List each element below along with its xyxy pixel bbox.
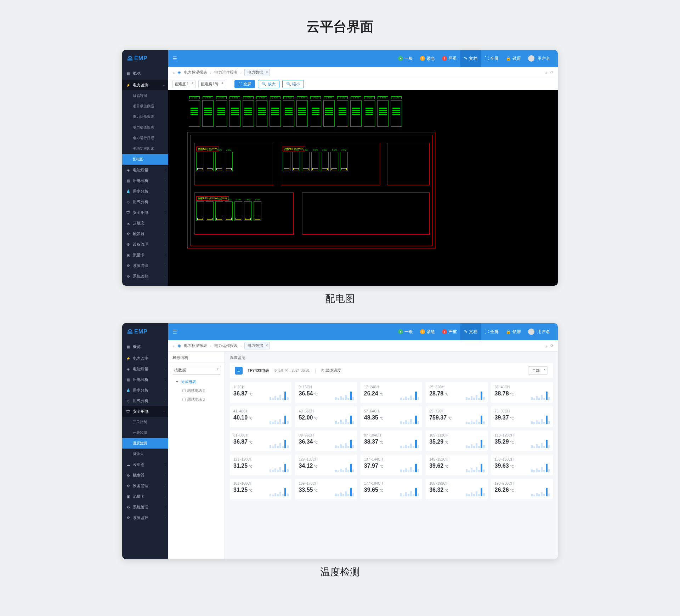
- topbar-lock[interactable]: 🔒锁屏: [502, 323, 525, 340]
- topbar-lock[interactable]: 🔒锁屏: [502, 50, 525, 67]
- diagram-mini[interactable]: Z-SWI: [225, 201, 233, 221]
- topbar-doc[interactable]: ✎文档: [460, 50, 481, 67]
- sidebar-item[interactable]: 💧用水分析›: [122, 385, 168, 395]
- sidebar-item[interactable]: ⚙系统管理›: [122, 260, 168, 271]
- diagram-slot[interactable]: Z-SWI: [216, 100, 227, 127]
- sidebar-item[interactable]: ⚙触发器›: [122, 228, 168, 239]
- diagram-slot[interactable]: Z-SWI: [377, 100, 389, 127]
- tree-child[interactable]: 测试电表2: [168, 386, 225, 395]
- temp-card[interactable]: 57~64CH48.35℃: [361, 406, 422, 427]
- temp-card[interactable]: 161~168CH31.25℃: [230, 479, 291, 499]
- temp-card[interactable]: 81~88CH36.87℃: [230, 430, 291, 451]
- sidebar-item[interactable]: ⚙系统监控›: [122, 271, 168, 281]
- diagram-canvas[interactable]: Z-SWIZ-SWIZ-SWIZ-SWIZ-SWIZ-SWIZ-SWIZ-SWI…: [168, 90, 558, 286]
- fullscreen-button[interactable]: ⛶全屏: [234, 80, 255, 88]
- diagram-mini[interactable]: Z-SWI: [330, 152, 338, 171]
- diagram-slot[interactable]: Z-SWI: [296, 100, 308, 127]
- sidebar-item[interactable]: 🛡安全用电⌄: [122, 406, 168, 417]
- topbar-fullscreen[interactable]: ⛶全屏: [481, 323, 502, 340]
- diagram-mini[interactable]: Z-SWI: [254, 201, 261, 221]
- sidebar-subitem[interactable]: 电力运行日报: [122, 133, 168, 143]
- diagram-mini[interactable]: Z-SWI: [206, 152, 214, 171]
- crumb-right-icon[interactable]: »: [545, 70, 548, 75]
- tree-selector[interactable]: 按数据: [172, 366, 221, 375]
- sidebar-subitem[interactable]: 开关监测: [122, 427, 168, 438]
- sidebar-item[interactable]: ⚡电力监测⌄: [122, 80, 168, 90]
- diagram-slot[interactable]: Z-SWI: [310, 100, 321, 127]
- sidebar-subitem[interactable]: 平均功率因素: [122, 143, 168, 154]
- sidebar-item[interactable]: ◈电能质量›: [122, 165, 168, 175]
- status-g[interactable]: ●一般: [395, 329, 416, 335]
- diagram-mini[interactable]: Z-SWI: [311, 152, 319, 171]
- sidebar-item[interactable]: ▤用电分析›: [122, 175, 168, 186]
- temp-card[interactable]: 65~72CH759.37℃: [426, 406, 487, 427]
- temp-card[interactable]: 169~176CH33.55℃: [295, 479, 357, 499]
- temp-card[interactable]: 49~56CH52.00℃: [295, 406, 357, 427]
- status-o[interactable]: !紧急: [416, 329, 438, 335]
- temp-card[interactable]: 153~160CH39.63℃: [491, 455, 553, 475]
- sidebar-item[interactable]: ⚡电力监测›: [122, 353, 168, 364]
- diagram-select-2[interactable]: 配电房1号: [198, 80, 225, 88]
- temp-card[interactable]: 89~96CH36.34℃: [295, 430, 357, 451]
- sidebar-item[interactable]: ⚙系统管理›: [122, 502, 168, 512]
- diagram-mini[interactable]: Z-SWI: [244, 201, 252, 221]
- zoom-in-button[interactable]: 🔍放大: [258, 80, 279, 88]
- sidebar-item[interactable]: ▣流量卡›: [122, 250, 168, 260]
- temp-card[interactable]: 1~8CH36.87℃: [230, 382, 291, 403]
- crumb-item[interactable]: 电力运作报表: [214, 343, 238, 348]
- diagram-mini[interactable]: Z-SWI: [206, 201, 214, 221]
- crumb-item[interactable]: 电力标温报表: [184, 70, 207, 75]
- diagram-mini[interactable]: Z-SWI: [196, 201, 204, 221]
- diagram-select-1[interactable]: 配电图1: [172, 80, 196, 88]
- temp-card[interactable]: 129~136CH34.12℃: [295, 455, 357, 475]
- temp-card[interactable]: 177~184CH39.65℃: [361, 479, 422, 499]
- sidebar-subitem[interactable]: 日原数据: [122, 90, 168, 101]
- topbar-doc[interactable]: ✎文档: [460, 323, 481, 340]
- diagram-slot[interactable]: Z-SWI: [283, 100, 294, 127]
- user-menu[interactable]: 用户名: [525, 323, 554, 340]
- temp-card[interactable]: 41~48CH40.10℃: [230, 406, 291, 427]
- diagram-slot[interactable]: Z-SWI: [337, 100, 348, 127]
- sidebar-item[interactable]: ⚙触发器›: [122, 470, 168, 480]
- temp-card[interactable]: 145~152CH39.62℃: [426, 455, 487, 475]
- crumb-right-icon[interactable]: »: [545, 344, 548, 348]
- sidebar-subitem[interactable]: 开关控制: [122, 417, 168, 427]
- sidebar-item[interactable]: ◈电能质量›: [122, 364, 168, 374]
- sidebar-item[interactable]: ⚙设备管理›: [122, 239, 168, 250]
- sidebar-item[interactable]: 🛡安全用电›: [122, 207, 168, 218]
- sidebar-item[interactable]: ☁云组态›: [122, 218, 168, 228]
- sidebar-item[interactable]: ▤用电分析›: [122, 374, 168, 385]
- temp-card[interactable]: 17~24CH26.24℃: [361, 382, 422, 403]
- temp-card[interactable]: 193~200CH26.26℃: [491, 479, 553, 499]
- hamburger-icon[interactable]: ☰: [172, 329, 177, 335]
- diagram-mini[interactable]: Z-SWI: [215, 152, 223, 171]
- temp-card[interactable]: 121~128CH31.25℃: [230, 455, 291, 475]
- temp-card[interactable]: 9~16CH36.54℃: [295, 382, 357, 403]
- temp-card[interactable]: 73~80CH39.37℃: [491, 406, 553, 427]
- diagram-mini[interactable]: Z-SWI: [321, 152, 329, 171]
- sidebar-item[interactable]: ▣流量卡›: [122, 491, 168, 502]
- tab-cable-temp[interactable]: ◷ 线缆温度: [321, 368, 341, 373]
- sidebar-item[interactable]: ☁云组态›: [122, 459, 168, 470]
- diagram-mini[interactable]: Z-SWI: [340, 152, 348, 171]
- diagram-slot[interactable]: Z-SWI: [270, 100, 281, 127]
- temp-card[interactable]: 33~40CH38.78℃: [491, 382, 553, 403]
- diagram-slot[interactable]: Z-SWI: [256, 100, 267, 127]
- diagram-mini[interactable]: Z-SWI: [225, 152, 233, 171]
- topbar-fullscreen[interactable]: ⛶全屏: [481, 50, 502, 67]
- diagram-mini[interactable]: Z-SWI: [302, 152, 310, 171]
- refresh-icon[interactable]: ⟳: [550, 70, 554, 75]
- tree-root[interactable]: ▾测试电表: [168, 377, 225, 386]
- status-o[interactable]: !紧急: [416, 56, 438, 62]
- diagram-slot[interactable]: Z-SWI: [189, 100, 200, 127]
- zoom-out-button[interactable]: 🔍缩小: [282, 80, 304, 88]
- sidebar-item[interactable]: ▦概览: [122, 67, 168, 80]
- temp-card[interactable]: 137~144CH37.97℃: [361, 455, 422, 475]
- diagram-mini[interactable]: Z-SWI: [234, 201, 242, 221]
- hamburger-icon[interactable]: ☰: [172, 56, 177, 61]
- sidebar-item[interactable]: 💧用水分析›: [122, 186, 168, 196]
- sidebar-item[interactable]: ◇用气分析›: [122, 395, 168, 406]
- diagram-mini[interactable]: Z-SWI: [196, 152, 204, 171]
- sidebar-item[interactable]: ◇用气分析›: [122, 196, 168, 207]
- crumb-item[interactable]: 电力标温报表: [184, 343, 207, 348]
